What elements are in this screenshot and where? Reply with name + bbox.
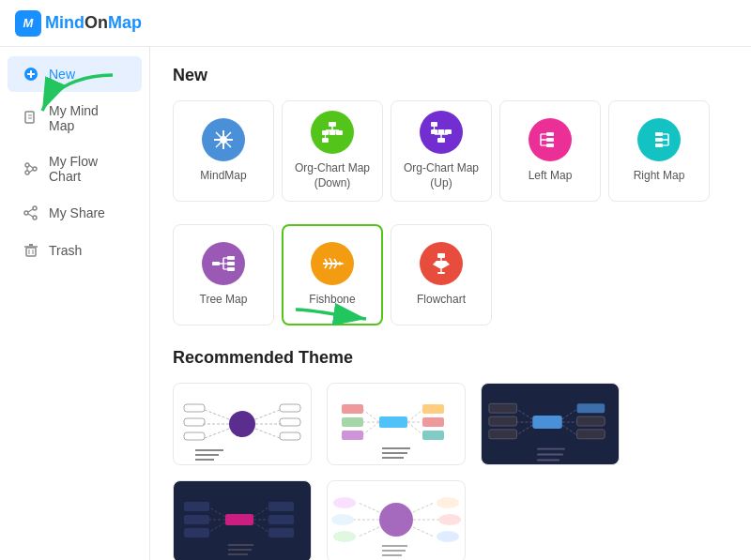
sidebar-item-new[interactable]: New	[8, 56, 142, 92]
svg-rect-125	[577, 403, 605, 413]
svg-point-157	[437, 497, 459, 508]
leftmap-icon	[529, 118, 572, 161]
sidebar-item-myflowchart-label: My Flow Chart	[49, 154, 127, 184]
plus-icon	[23, 66, 39, 83]
svg-rect-46	[431, 122, 437, 127]
svg-rect-58	[655, 132, 663, 136]
logo-text: MindOnMap	[45, 13, 142, 33]
theme-card-4[interactable]	[173, 480, 312, 560]
svg-rect-143	[268, 528, 294, 537]
svg-line-118	[516, 425, 532, 435]
svg-rect-78	[437, 253, 445, 258]
map-card-leftmap[interactable]: Left Map	[499, 100, 601, 202]
trash-icon	[23, 242, 39, 259]
svg-line-122	[562, 409, 577, 419]
sidebar-item-mymindmap[interactable]: My Mind Map	[8, 94, 142, 143]
svg-rect-69	[227, 267, 235, 271]
sidebar-item-trash[interactable]: Trash	[8, 233, 142, 268]
map-type-grid-row2: Tree Map Fishbone Flowchart	[173, 224, 728, 325]
sidebar-item-new-label: New	[49, 67, 75, 82]
svg-line-138	[253, 507, 268, 517]
svg-line-11	[29, 170, 33, 173]
svg-rect-60	[655, 144, 663, 147]
svg-line-156	[413, 527, 434, 537]
svg-line-28	[226, 132, 231, 137]
map-card-fishbone[interactable]: Fishbone	[282, 224, 383, 325]
theme-card-3[interactable]	[481, 383, 620, 465]
svg-rect-111	[422, 431, 444, 440]
svg-line-102	[363, 422, 379, 434]
svg-rect-94	[280, 418, 300, 426]
map-card-rightmap[interactable]: Right Map	[608, 100, 710, 202]
map-card-mindmap[interactable]: MindMap	[173, 100, 274, 202]
theme-card-2[interactable]	[327, 383, 466, 465]
recommended-theme-title: Recommended Theme	[173, 348, 728, 368]
sidebar-item-myflowchart[interactable]: My Flow Chart	[8, 144, 142, 193]
svg-marker-77	[339, 262, 345, 265]
svg-rect-88	[184, 418, 205, 426]
svg-rect-115	[532, 416, 562, 429]
svg-marker-80	[433, 261, 450, 269]
theme-card-1[interactable]	[173, 383, 312, 465]
svg-line-108	[407, 422, 422, 434]
svg-line-116	[516, 409, 532, 419]
svg-rect-35	[330, 130, 336, 135]
svg-rect-51	[546, 132, 554, 136]
svg-point-14	[24, 211, 28, 215]
svg-rect-53	[546, 144, 554, 147]
svg-rect-61	[212, 262, 220, 265]
svg-rect-99	[379, 416, 407, 428]
svg-rect-126	[577, 416, 605, 426]
svg-rect-39	[437, 138, 445, 143]
svg-line-148	[359, 503, 379, 512]
svg-point-12	[33, 206, 37, 210]
svg-rect-54	[655, 138, 663, 142]
svg-point-8	[33, 167, 37, 171]
theme-card-5[interactable]	[327, 480, 466, 560]
svg-point-153	[333, 531, 356, 542]
orgdown-icon	[311, 111, 354, 154]
logo-icon: M	[15, 10, 41, 37]
svg-line-15	[28, 209, 33, 212]
svg-line-90	[255, 410, 280, 419]
svg-rect-141	[268, 502, 294, 511]
sidebar: New My Mind Map My Flow Chart My Share T…	[0, 47, 150, 560]
header: M MindOnMap	[0, 0, 751, 47]
fishbone-label: Fishbone	[309, 293, 355, 308]
svg-rect-127	[577, 430, 605, 439]
rightmap-label: Right Map	[634, 169, 685, 184]
flowchart-label: Flowchart	[417, 293, 466, 308]
svg-rect-38	[322, 138, 329, 143]
svg-rect-36	[336, 130, 343, 135]
orgup-icon	[420, 111, 463, 154]
svg-line-140	[253, 522, 268, 532]
svg-rect-31	[329, 122, 336, 127]
svg-rect-65	[227, 256, 235, 260]
map-card-flowchart[interactable]: Flowchart	[391, 224, 492, 325]
orgchartup-label: Org-Chart Map (Up)	[391, 161, 491, 190]
sidebar-item-myshare[interactable]: My Share	[8, 195, 142, 231]
svg-rect-47	[546, 138, 554, 142]
logo: M MindOnMap	[15, 10, 142, 37]
svg-rect-136	[184, 515, 209, 524]
svg-rect-44	[445, 129, 452, 134]
map-card-orgchartup[interactable]: Org-Chart Map (Up)	[391, 100, 492, 202]
svg-line-92	[255, 429, 280, 438]
sidebar-item-trash-label: Trash	[49, 243, 82, 258]
map-type-grid: MindMap Org-Chart Map(Down) Org-Chart Ma…	[173, 100, 728, 202]
svg-rect-119	[489, 403, 517, 413]
svg-point-158	[438, 514, 461, 525]
orgchartdown-label: Org-Chart Map(Down)	[295, 161, 370, 190]
svg-rect-109	[422, 404, 444, 414]
svg-line-134	[209, 522, 225, 532]
svg-line-30	[226, 143, 231, 147]
svg-rect-43	[438, 129, 445, 134]
svg-line-132	[209, 507, 225, 517]
svg-rect-103	[342, 404, 363, 414]
map-card-treemap[interactable]: Tree Map	[173, 224, 274, 325]
svg-point-152	[331, 514, 354, 525]
map-card-orgchartdown[interactable]: Org-Chart Map(Down)	[282, 100, 383, 202]
svg-rect-89	[184, 432, 205, 440]
svg-rect-42	[431, 129, 437, 134]
svg-rect-82	[437, 272, 445, 274]
